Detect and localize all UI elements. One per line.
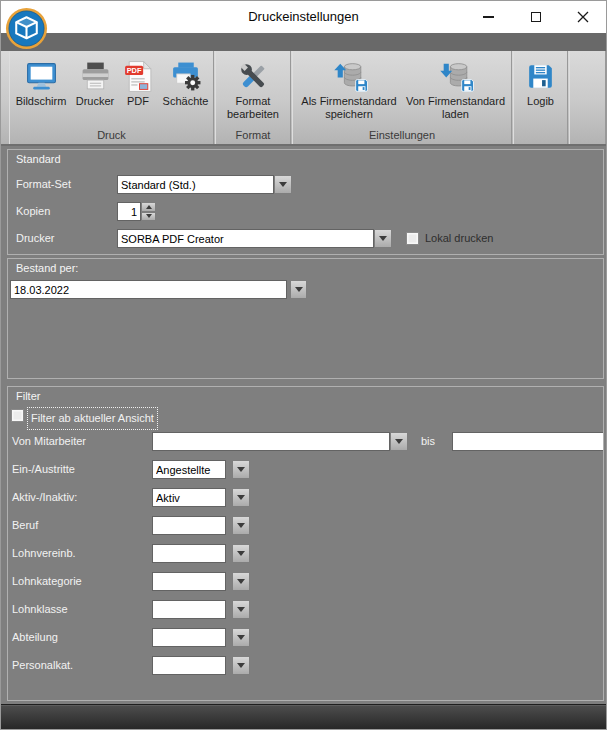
ribbon-group-logib: Logib	[513, 51, 568, 144]
kopien-label: Kopien	[16, 202, 50, 221]
bestand-per-dropdown-button[interactable]	[290, 280, 307, 299]
personalkat-row: Personalkat.	[8, 656, 603, 675]
filter-checkbox-row: Filter ab aktueller Ansicht	[8, 407, 603, 424]
ein-austritte-row: Ein-/Austritte	[8, 460, 603, 479]
close-button[interactable]	[559, 1, 606, 33]
format-bearbeiten-button[interactable]: Format bearbeiten	[217, 55, 289, 120]
button-label: Bildschirm	[16, 95, 67, 108]
app-strip	[1, 33, 606, 51]
lohnkategorie-input[interactable]	[152, 572, 226, 591]
group-caption: Format	[216, 129, 290, 141]
beruf-row: Beruf	[8, 516, 603, 535]
button-label: Logib	[527, 95, 554, 108]
ribbon-group-format: Format bearbeiten Format	[215, 51, 291, 144]
bis-label: bis	[421, 432, 435, 451]
ribbon-group-einstellungen: Als Firmenstandard speichern	[292, 51, 512, 144]
logib-button[interactable]: Logib	[517, 55, 565, 108]
von-mitarbeiter-dropdown-button[interactable]	[390, 432, 408, 451]
database-up-icon	[331, 57, 368, 95]
chevron-down-icon	[395, 439, 403, 444]
drucker-input[interactable]	[117, 229, 374, 248]
kopien-input[interactable]	[117, 202, 141, 221]
floppy-disk-icon	[524, 57, 557, 95]
von-mitarbeiter-input[interactable]	[152, 432, 390, 451]
lohnklasse-input[interactable]	[152, 600, 226, 619]
button-label: Drucker	[76, 95, 115, 108]
ein-austritte-input[interactable]	[152, 460, 226, 479]
abteilung-row: Abteilung	[8, 628, 603, 647]
aktiv-inaktiv-label: Aktiv-/Inaktiv:	[12, 488, 77, 507]
beruf-input[interactable]	[152, 516, 226, 535]
filter-ab-aktueller-ansicht-label: Filter ab aktueller Ansicht	[28, 408, 157, 429]
window-controls	[465, 1, 606, 33]
drucker-button[interactable]: Drucker	[72, 55, 118, 108]
button-label: Format bearbeiten	[218, 95, 288, 120]
bestand-per-row	[8, 280, 603, 299]
lohnklasse-row: Lohnklasse	[8, 600, 603, 619]
format-set-label: Format-Set	[16, 175, 71, 194]
ribbon-toolbar: Bildschirm Drucker	[1, 51, 606, 146]
filter-ab-aktueller-ansicht-checkbox[interactable]	[11, 409, 24, 422]
chevron-up-icon	[146, 205, 152, 209]
ribbon-group-druck: Bildschirm Drucker	[9, 51, 214, 144]
lohnvereinb-label: Lohnvereinb.	[12, 544, 76, 563]
aktiv-inaktiv-input[interactable]	[152, 488, 226, 507]
minimize-button[interactable]	[465, 1, 512, 33]
monitor-icon	[25, 57, 58, 95]
lohnkategorie-dropdown-button[interactable]	[232, 572, 250, 591]
format-set-input[interactable]	[117, 175, 274, 194]
lokal-drucken-checkbox[interactable]	[406, 232, 419, 245]
kopien-row: Kopien	[8, 202, 603, 221]
database-down-icon	[437, 57, 474, 95]
titlebar: Druckeinstellungen	[1, 1, 606, 33]
von-firmenstandard-laden-button[interactable]: Von Firmenstandard laden	[403, 55, 509, 120]
chevron-down-icon	[237, 607, 245, 612]
section-title: Standard	[16, 153, 61, 165]
pdf-button[interactable]: PDF PDF	[118, 55, 158, 108]
button-label: PDF	[127, 95, 149, 108]
abteilung-dropdown-button[interactable]	[232, 628, 250, 647]
chevron-down-icon	[295, 287, 303, 292]
druckeinstellungen-window: Druckeinstellungen	[0, 0, 607, 730]
kopien-down-button[interactable]	[141, 212, 156, 222]
ein-austritte-label: Ein-/Austritte	[12, 460, 75, 479]
maximize-icon	[531, 12, 541, 22]
section-title: Bestand per:	[16, 262, 78, 274]
dialog-content: Standard Format-Set Kopien Drucker Loka	[1, 146, 606, 727]
kopien-stepper	[141, 202, 156, 221]
lohnkategorie-label: Lohnkategorie	[12, 572, 82, 591]
ein-austritte-dropdown-button[interactable]	[232, 460, 250, 479]
printer-icon	[79, 57, 112, 95]
button-label: Von Firmenstandard laden	[404, 95, 508, 120]
chevron-down-icon	[237, 579, 245, 584]
drucker-dropdown-button[interactable]	[374, 229, 392, 248]
bildschirm-button[interactable]: Bildschirm	[10, 55, 72, 108]
abteilung-input[interactable]	[152, 628, 226, 647]
section-title: Filter	[16, 390, 40, 402]
kopien-up-button[interactable]	[141, 202, 156, 212]
als-firmenstandard-speichern-button[interactable]: Als Firmenstandard speichern	[296, 55, 403, 120]
button-label: Schächte	[163, 95, 209, 108]
beruf-label: Beruf	[12, 516, 38, 535]
schaechte-button[interactable]: Schächte	[158, 55, 213, 108]
von-mitarbeiter-row: Von Mitarbeiter bis	[8, 432, 603, 451]
group-caption: Druck	[10, 129, 213, 141]
abteilung-label: Abteilung	[12, 628, 58, 647]
bis-mitarbeiter-input[interactable]	[452, 432, 604, 451]
von-mitarbeiter-label: Von Mitarbeiter	[12, 432, 86, 451]
bestand-per-date-input[interactable]	[10, 280, 287, 299]
maximize-button[interactable]	[512, 1, 559, 33]
drucker-label: Drucker	[16, 229, 55, 248]
personalkat-dropdown-button[interactable]	[232, 656, 250, 675]
beruf-dropdown-button[interactable]	[232, 516, 250, 535]
lohnvereinb-dropdown-button[interactable]	[232, 544, 250, 563]
lohnvereinb-input[interactable]	[152, 544, 226, 563]
button-label: Als Firmenstandard speichern	[297, 95, 402, 120]
lohnklasse-label: Lohnklasse	[12, 600, 68, 619]
bestand-per-section: Bestand per:	[7, 258, 604, 379]
format-set-dropdown-button[interactable]	[274, 175, 292, 194]
personalkat-input[interactable]	[152, 656, 226, 675]
aktiv-inaktiv-dropdown-button[interactable]	[232, 488, 250, 507]
chevron-down-icon	[237, 467, 245, 472]
lohnklasse-dropdown-button[interactable]	[232, 600, 250, 619]
